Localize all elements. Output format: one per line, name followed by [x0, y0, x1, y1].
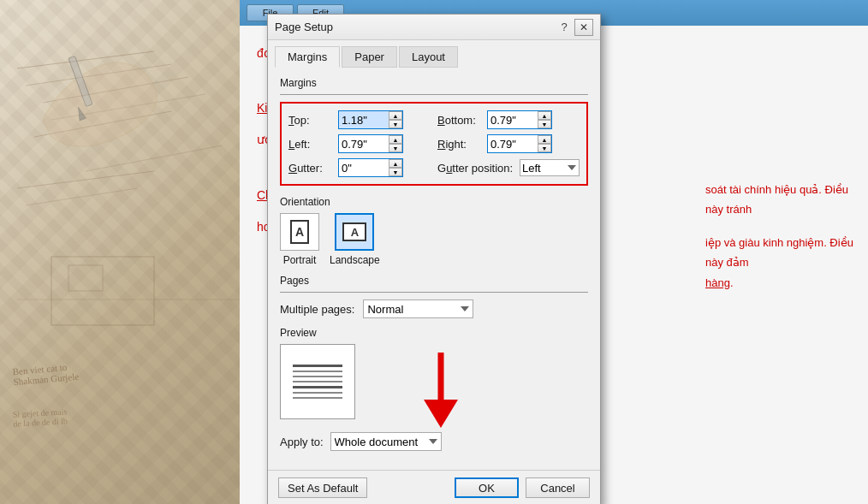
- tab-paper[interactable]: Paper: [342, 46, 397, 68]
- preview-line-4: [293, 381, 342, 382]
- pages-row: Multiple pages: Normal Mirror margins 2 …: [280, 299, 588, 318]
- multiple-pages-select[interactable]: Normal Mirror margins 2 pages per sheet …: [363, 299, 473, 318]
- top-label: Top:: [288, 114, 333, 127]
- page-setup-dialog: Page Setup ? ✕ Margins Paper Layout Marg…: [267, 14, 601, 504]
- gutter-spin-down[interactable]: ▼: [389, 168, 402, 176]
- gutter-position-row: Gutter position: Left Top: [437, 158, 580, 177]
- left-spin-buttons: ▲ ▼: [389, 135, 402, 152]
- red-arrow-container: [415, 353, 467, 432]
- right-input[interactable]: [488, 135, 538, 152]
- bottom-label: Bottom:: [437, 114, 482, 127]
- landscape-wrap: Landscape: [330, 213, 380, 266]
- left-margin-row: Left: ▲ ▼: [288, 134, 427, 153]
- gutter-margin-row: Gutter: ▲ ▼: [288, 158, 427, 177]
- bottom-spin[interactable]: ▲ ▼: [487, 110, 552, 129]
- gutter-spin-up[interactable]: ▲: [389, 159, 402, 168]
- bottom-spin-down[interactable]: ▼: [538, 120, 551, 128]
- preview-label: Preview: [280, 327, 355, 339]
- top-spin-up[interactable]: ▲: [389, 111, 402, 120]
- tab-bar: Margins Paper Layout: [268, 40, 600, 67]
- dialog-title-bar: Page Setup ? ✕: [268, 15, 600, 40]
- apply-to-label: Apply to:: [280, 436, 324, 448]
- orientation-label: Orientation: [280, 196, 588, 208]
- right-label: Right:: [437, 138, 482, 151]
- portrait-label: Portrait: [283, 254, 317, 266]
- preview-line-6: [293, 392, 342, 394]
- margins-grid: Top: ▲ ▼ Bottom: ▲: [280, 102, 588, 186]
- portrait-icon: [290, 220, 309, 244]
- dialog-overlay: Page Setup ? ✕ Margins Paper Layout Marg…: [0, 0, 868, 504]
- right-spin-buttons: ▲ ▼: [538, 135, 551, 152]
- dialog-footer: Set As Default OK Cancel: [268, 470, 600, 504]
- gutter-position-label: Gutter position:: [437, 162, 514, 175]
- gutter-spin[interactable]: ▲ ▼: [338, 158, 403, 177]
- red-arrow-svg: [415, 353, 467, 430]
- title-controls: ? ✕: [557, 19, 593, 36]
- apply-to-select[interactable]: Whole document This point forward: [330, 432, 442, 451]
- gutter-position-select[interactable]: Left Top: [520, 159, 580, 176]
- bottom-margin-row: Bottom: ▲ ▼: [437, 110, 580, 129]
- landscape-label: Landscape: [330, 254, 380, 266]
- right-spin-down[interactable]: ▼: [538, 144, 551, 152]
- close-button[interactable]: ✕: [574, 19, 593, 36]
- footer-left: Set As Default: [278, 477, 367, 498]
- preview-line-1: [293, 365, 342, 367]
- right-margin-row: Right: ▲ ▼: [437, 134, 580, 153]
- pages-label: Pages: [280, 275, 588, 287]
- preview-line-5: [293, 386, 342, 388]
- orientation-section: Orientation Portrait Landscape: [280, 196, 588, 266]
- left-spin-up[interactable]: ▲: [389, 135, 402, 144]
- landscape-icon: [342, 222, 366, 241]
- preview-section: Preview: [280, 327, 355, 419]
- dialog-title: Page Setup: [275, 21, 557, 33]
- dialog-body: Margins Top: ▲ ▼ Bottom:: [268, 67, 600, 470]
- gutter-label: Gutter:: [288, 162, 333, 175]
- top-spin-down[interactable]: ▼: [389, 120, 402, 128]
- gutter-spin-buttons: ▲ ▼: [389, 159, 402, 176]
- preview-line-7: [293, 397, 342, 399]
- preview-box: [280, 344, 355, 419]
- right-spin[interactable]: ▲ ▼: [487, 134, 552, 153]
- margins-divider: [280, 94, 588, 95]
- cancel-button[interactable]: Cancel: [526, 477, 590, 498]
- left-spin-down[interactable]: ▼: [389, 144, 402, 152]
- preview-line-2: [293, 371, 342, 372]
- bottom-input[interactable]: [488, 111, 538, 128]
- apply-row: Apply to: Whole document This point forw…: [280, 432, 588, 451]
- landscape-button[interactable]: [335, 213, 374, 251]
- multiple-pages-label: Multiple pages:: [280, 303, 354, 316]
- tab-margins[interactable]: Margins: [275, 46, 340, 68]
- ok-button[interactable]: OK: [455, 477, 519, 498]
- tab-layout[interactable]: Layout: [399, 46, 458, 68]
- top-margin-row: Top: ▲ ▼: [288, 110, 427, 129]
- top-spin-buttons: ▲ ▼: [389, 111, 402, 128]
- top-spin[interactable]: ▲ ▼: [338, 110, 403, 129]
- pages-divider: [280, 292, 588, 293]
- footer-right: OK Cancel: [455, 477, 590, 498]
- left-label: Left:: [288, 138, 333, 151]
- pages-section: Pages Multiple pages: Normal Mirror marg…: [280, 275, 588, 318]
- right-spin-up[interactable]: ▲: [538, 135, 551, 144]
- portrait-wrap: Portrait: [280, 213, 319, 266]
- margins-section-label: Margins: [280, 77, 588, 89]
- bottom-spin-buttons: ▲ ▼: [538, 111, 551, 128]
- bottom-spin-up[interactable]: ▲: [538, 111, 551, 120]
- top-input[interactable]: [339, 111, 389, 128]
- svg-marker-14: [424, 400, 458, 428]
- preview-and-arrow: Preview: [280, 327, 588, 432]
- orientation-buttons: Portrait Landscape: [280, 213, 588, 266]
- gutter-input[interactable]: [339, 159, 389, 176]
- left-spin[interactable]: ▲ ▼: [338, 134, 403, 153]
- help-button[interactable]: ?: [557, 21, 571, 34]
- left-input[interactable]: [339, 135, 389, 152]
- preview-line-3: [293, 376, 342, 377]
- portrait-button[interactable]: [280, 213, 319, 251]
- set-as-default-button[interactable]: Set As Default: [278, 477, 367, 498]
